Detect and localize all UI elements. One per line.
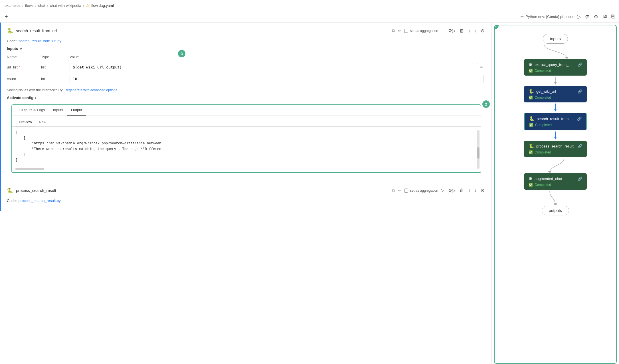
svg-marker-5 [554,137,557,139]
node1-copy-button[interactable]: ⧉ [392,28,395,33]
dag-node-extract-query[interactable]: ⚙ extract_query_from_... 🔗 ✅ Completed [524,59,587,76]
python-icon-node1: 🐍 [7,28,13,34]
gear-icon-extract: ⚙ [529,62,532,67]
node1-inputs-header[interactable]: Inputs ∨ [7,46,486,51]
node1-code-link-row: Code: search_result_from_url.py [7,39,486,43]
node1-actions: set as aggregation ▷ ⚙▷ 🗑 ↑ ↓ ⊙ [404,27,486,34]
output-hscrollbar[interactable] [15,168,44,170]
warning-icon: ⚠ [86,3,90,8]
node-search-result: 🐍 search_result_from_url ⧉ ✏ set as aggr… [0,23,491,182]
output-subtabs: Preview Raw [12,116,481,127]
dag-arrow-process-augmented [533,158,578,173]
dag-node-augmented-chat[interactable]: ⚙ augmented_chat 🔗 ✅ Completed [524,173,587,190]
output-scrollbar[interactable] [477,130,480,169]
settings-toolbar-icon[interactable]: ⚙ [594,14,598,20]
dag-arrow-search-process [553,132,558,140]
scrollbar-thumb [477,147,480,159]
node1-move-up-button[interactable]: ↑ [467,27,472,34]
process-search-title: process_search_result [536,144,574,148]
breadcrumb-examples[interactable]: examples [5,3,21,8]
dag-arrow-extract-getwiki [553,77,558,85]
col-value-header: Value [70,54,486,61]
dag-container: inputs ⚙ extract_query_from_... [500,31,610,215]
input-name-count: count [7,73,41,85]
breadcrumb-chat-with-wikipedia[interactable]: chat-with-wikipedia [50,3,81,8]
dag-arrow-inputs-extract [530,44,581,58]
add-button[interactable]: + [5,13,8,20]
svg-marker-3 [554,109,557,112]
activate-config-arrow-icon: › [35,96,36,100]
extract-query-title: extract_query_from_... [535,62,572,67]
table-row: count int [7,73,486,85]
augmented-chat-title: augmented_chat [535,177,562,181]
node2-delete-button[interactable]: 🗑 [458,187,466,194]
node2-copy-button[interactable]: ⧉ [392,188,395,193]
activate-config[interactable]: Activate config › [7,96,486,100]
check-icon-search: ✅ [529,123,533,127]
node1-code-file-link[interactable]: search_result_from_url.py [19,39,61,43]
input-type-url-list: list [41,61,70,73]
node1-delete-button[interactable]: 🗑 [458,27,466,34]
node2-more-button[interactable]: ⊙ [479,187,486,194]
status-process: Completed [535,150,551,154]
dag-arrow-getwiki-search [553,104,558,112]
breadcrumb-chat[interactable]: chat [38,3,45,8]
node2-run-button[interactable]: ▷ [439,187,446,194]
status-extract: Completed [535,69,551,73]
node1-run-button[interactable]: ▷ [439,27,446,34]
dag-node-search-result[interactable]: 🐍 search_result_from_... 🔗 ✅ Completed [524,113,587,130]
test-toolbar-icon[interactable]: ⚗ [585,14,590,20]
link-icon-search[interactable]: 🔗 [577,117,582,121]
node1-more-button[interactable]: ⊙ [479,27,486,34]
node1-header: 🐍 search_result_from_url ⧉ ✏ set as aggr… [7,27,486,34]
link-icon-getwiki[interactable]: 🔗 [578,89,582,94]
node1-inputs-table: Name Type Value url_list * list [7,54,486,85]
node2-move-up-button[interactable]: ↑ [467,187,472,194]
dag-node-get-wiki-url[interactable]: 🐍 get_wiki_url 🔗 ✅ Completed [524,86,587,102]
subtab-preview[interactable]: Preview [15,118,35,126]
output-section-wrapper: 2 Outputs & Logs Inputs Output Preview R… [7,104,486,173]
aggregation-checkbox-node2[interactable] [404,189,408,193]
link-icon-augmented[interactable]: 🔗 [578,177,582,181]
node2-title: process_search_result [16,188,389,193]
check-icon-getwiki: ✅ [529,96,533,100]
tab-output[interactable]: Output [67,105,86,116]
share-toolbar-icon[interactable]: ⎘ [611,14,614,20]
aggregation-checkbox-node1[interactable] [404,29,408,33]
dag-inputs-node[interactable]: inputs [543,34,568,44]
node2-edit-button[interactable]: ✏ [398,188,401,193]
check-icon-augmented: ✅ [529,183,533,187]
toolbar-icons: ▷ ⚗ ⚙ 🖥 ⎘ [577,14,614,20]
python-icon-get-wiki: 🐍 [529,89,534,94]
node2-code-file-link[interactable]: process_search_result.py [19,199,61,203]
count-input[interactable] [70,75,484,83]
tab-outputs-logs[interactable]: Outputs & Logs [15,105,49,116]
tab-inputs[interactable]: Inputs [49,105,67,116]
table-row: url_list * list ✏ [7,61,486,73]
node2-move-down-button[interactable]: ↓ [473,187,478,194]
compute-toolbar-icon[interactable]: 🖥 [602,14,607,20]
python-icon-search: 🐍 [529,116,535,121]
regen-link[interactable]: Regenerate with advanced options [64,88,117,92]
run-toolbar-icon[interactable]: ▷ [577,14,581,20]
breadcrumb-filename: flow.dag.yaml [91,3,114,8]
node2-run-advanced-button[interactable]: ⚙▷ [447,187,457,194]
breadcrumb-flows[interactable]: flows [25,3,34,8]
status-augmented: Completed [535,183,551,187]
dag-panel: 1 inputs ⚙ [494,25,617,364]
main-layout: 🐍 search_result_from_url ⧉ ✏ set as aggr… [0,23,619,364]
link-icon-process[interactable]: 🔗 [578,144,582,148]
node1-move-down-button[interactable]: ↓ [473,27,478,34]
dag-outputs-node[interactable]: outputs [542,206,569,215]
url-list-input[interactable] [70,63,478,71]
python-icon-node2: 🐍 [7,187,13,194]
node1-run-advanced-button[interactable]: ⚙▷ [447,27,457,34]
aggregation-label-node2: set as aggregation [404,189,438,193]
link-icon-extract[interactable]: 🔗 [578,62,582,67]
url-list-edit-icon[interactable]: ✏ [480,65,484,70]
node1-edit-button[interactable]: ✏ [398,29,401,33]
regen-hint: Seeing issues with the interface? Try: R… [7,88,486,92]
subtab-raw[interactable]: Raw [35,118,50,126]
status-search: Completed [535,123,552,127]
dag-node-process-search[interactable]: 🐍 process_search_result 🔗 ✅ Completed [524,141,587,157]
